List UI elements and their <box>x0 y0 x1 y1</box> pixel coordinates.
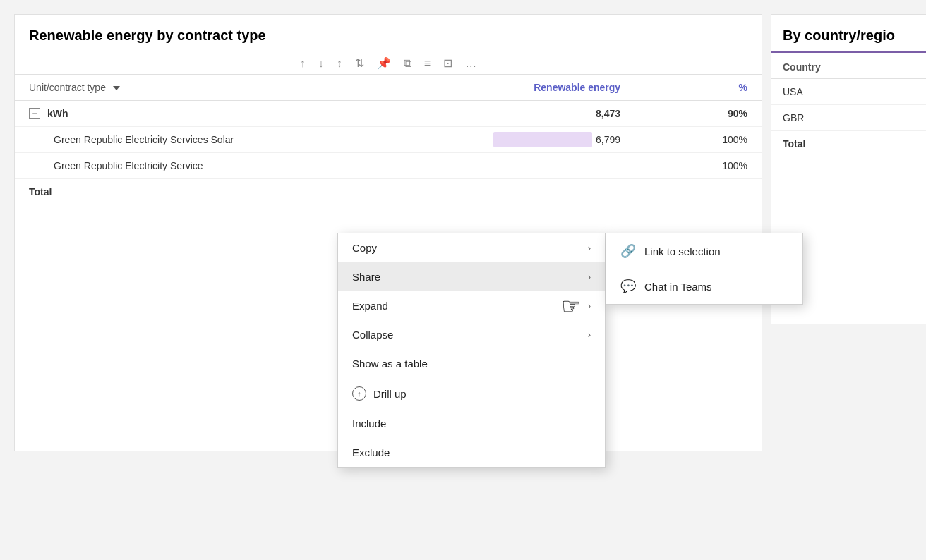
country-usa: USA <box>771 79 926 105</box>
col-header-pct[interactable]: % <box>635 75 762 101</box>
move-icon[interactable]: ⇅ <box>355 56 364 70</box>
context-menu: Copy › Share › Expand › Collapse › Show … <box>337 233 606 468</box>
collapse-label: Collapse <box>352 329 393 341</box>
col-header-energy[interactable]: Renewable energy <box>426 75 635 101</box>
menu-item-collapse[interactable]: Collapse › <box>338 320 605 349</box>
table-row-total: Total <box>15 179 762 205</box>
right-col-header-country[interactable]: Country <box>771 53 926 79</box>
submenu-item-link[interactable]: 🔗 Link to selection <box>606 233 802 269</box>
data-table: Unit/contract type Renewable energy % − … <box>15 75 762 205</box>
show-table-label: Show as a table <box>352 358 428 370</box>
country-gbr: GBR <box>771 105 926 131</box>
menu-item-exclude[interactable]: Exclude <box>338 438 605 467</box>
sort-asc-icon[interactable]: ↑ <box>300 57 306 70</box>
submenu-item-teams[interactable]: 💬 Chat in Teams <box>606 269 802 304</box>
expand-icon[interactable]: ⊡ <box>443 56 452 70</box>
chevron-right-icon: › <box>588 272 591 282</box>
sort-desc-icon[interactable]: ↓ <box>318 57 324 70</box>
row-label-solar: Green Republic Electricity Services Sola… <box>15 127 426 153</box>
expand-label: Expand <box>352 300 388 312</box>
copy-visual-icon[interactable]: ⧉ <box>404 57 411 70</box>
row-energy-solar: 6,799 <box>426 127 635 153</box>
row-pct-kwh: 90% <box>635 101 762 127</box>
right-table: Country USA GBR Total <box>771 53 926 157</box>
right-total-label: Total <box>771 131 926 157</box>
row-label-service: Green Republic Electricity Service <box>15 153 426 179</box>
table-row: Green Republic Electricity Service 100% <box>15 153 762 179</box>
total-energy <box>426 179 635 205</box>
submenu: 🔗 Link to selection 💬 Chat in Teams <box>606 233 803 305</box>
row-pct-solar: 100% <box>635 127 762 153</box>
table-row: Green Republic Electricity Services Sola… <box>15 127 762 153</box>
sort-both-icon[interactable]: ↕ <box>337 57 342 70</box>
drill-up-label: Drill up <box>373 388 407 400</box>
total-pct <box>635 179 762 205</box>
right-table-row-total: Total <box>771 131 926 157</box>
row-pct-service: 100% <box>635 153 762 179</box>
menu-item-expand[interactable]: Expand › <box>338 291 605 320</box>
link-icon: 🔗 <box>620 243 636 259</box>
include-label: Include <box>352 418 386 430</box>
menu-item-share[interactable]: Share › <box>338 262 605 291</box>
right-header-row: Country <box>771 53 926 79</box>
kwh-text: kWh <box>47 108 68 119</box>
right-panel-title: By country/regio <box>771 15 926 53</box>
drill-up-icon: ↑ <box>352 386 366 401</box>
main-container: Renewable energy by contract type ↑ ↓ ↕ … <box>0 0 926 560</box>
teams-icon: 💬 <box>620 279 636 294</box>
chevron-right-icon: › <box>588 329 591 340</box>
pin-icon[interactable]: 📌 <box>377 56 391 70</box>
col-header-unit[interactable]: Unit/contract type <box>15 75 426 101</box>
chevron-right-icon: › <box>588 243 591 253</box>
menu-item-show-table[interactable]: Show as a table <box>338 349 605 378</box>
panel-title: Renewable energy by contract type <box>15 15 762 52</box>
total-label: Total <box>15 179 426 205</box>
copy-label: Copy <box>352 242 377 254</box>
chat-teams-label: Chat in Teams <box>644 281 712 293</box>
table-header-row: Unit/contract type Renewable energy % <box>15 75 762 101</box>
row-energy-kwh: 8,473 <box>426 101 635 127</box>
row-label-kwh: − kWh <box>15 101 426 127</box>
collapse-icon[interactable]: − <box>29 108 40 119</box>
toolbar: ↑ ↓ ↕ ⇅ 📌 ⧉ ≡ ⊡ … <box>15 52 762 75</box>
filter-icon[interactable]: ≡ <box>424 57 431 70</box>
share-label: Share <box>352 271 380 283</box>
more-options-icon[interactable]: … <box>465 57 476 70</box>
right-table-row: USA <box>771 79 926 105</box>
link-selection-label: Link to selection <box>644 245 721 257</box>
right-table-row: GBR <box>771 105 926 131</box>
row-energy-service <box>426 153 635 179</box>
menu-item-drill-up[interactable]: ↑ Drill up <box>338 378 605 409</box>
menu-item-copy[interactable]: Copy › <box>338 233 605 262</box>
chevron-right-icon: › <box>588 300 591 311</box>
exclude-label: Exclude <box>352 446 390 458</box>
menu-item-include[interactable]: Include <box>338 409 605 438</box>
bar-chart-solar <box>493 132 592 147</box>
dropdown-arrow-icon[interactable] <box>113 86 120 90</box>
table-row: − kWh 8,473 90% <box>15 101 762 127</box>
